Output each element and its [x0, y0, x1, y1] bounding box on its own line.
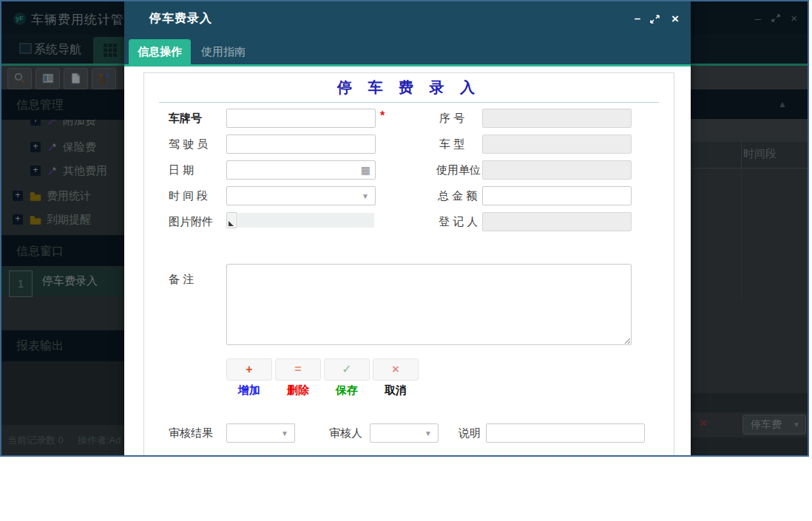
label-registrar: 登 记 人 — [439, 215, 478, 229]
label-note: 说明 — [459, 426, 481, 440]
note-input[interactable] — [486, 423, 645, 443]
label-date: 日 期 — [169, 163, 194, 177]
label-plate: 车牌号 — [169, 112, 202, 126]
label-model: 车 型 — [439, 137, 464, 151]
tab-info-operation[interactable]: 信息操作 — [129, 39, 191, 64]
model-input — [482, 134, 632, 154]
add-button[interactable]: + — [226, 358, 272, 381]
calendar-icon[interactable]: ▦ — [361, 164, 371, 176]
attachment-button[interactable] — [226, 212, 237, 228]
delete-button-label[interactable]: 删除 — [275, 384, 321, 398]
driver-input[interactable] — [226, 134, 376, 154]
save-button[interactable]: ✓ — [324, 358, 370, 381]
form-title: 停 车 费 录 入 — [144, 78, 674, 98]
dialog-tabbar: 信息操作 使用指南 — [124, 35, 691, 64]
chevron-down-icon: ▼ — [362, 192, 369, 200]
label-amount: 总 金 额 — [438, 189, 477, 203]
label-reviewer: 审核人 — [329, 426, 362, 440]
plate-input[interactable] — [226, 109, 376, 128]
screen: yF 车辆费用统计管理 – × 系统导航 — [0, 0, 812, 521]
cancel-button-label[interactable]: 取消 — [373, 384, 419, 398]
dialog-body: 停 车 费 录 入 车牌号 * 序 号 驾 驶 员 车 型 日 期 — [124, 67, 691, 455]
label-period: 时 间 段 — [169, 189, 208, 203]
reviewer-select[interactable]: ▼ — [370, 423, 439, 443]
label-review-result: 审核结果 — [169, 426, 213, 440]
dialog-minimize-icon[interactable]: – — [635, 12, 640, 24]
parking-fee-dialog: 停车费录入 – × 信息操作 使用指南 停 车 费 录 入 车牌号 — [124, 1, 691, 455]
date-input[interactable]: ▦ — [226, 160, 376, 180]
registrar-input — [482, 212, 632, 231]
dialog-close-icon[interactable]: × — [671, 12, 679, 27]
chevron-down-icon: ▼ — [281, 429, 288, 437]
save-button-label[interactable]: 保存 — [324, 384, 370, 398]
amount-input[interactable] — [482, 186, 632, 205]
label-attachment: 图片附件 — [169, 215, 213, 229]
cancel-button[interactable]: × — [373, 358, 419, 381]
add-button-label[interactable]: 增加 — [226, 384, 272, 398]
review-result-select[interactable]: ▼ — [226, 423, 295, 443]
tab-usage-guide[interactable]: 使用指南 — [201, 39, 246, 64]
dialog-title: 停车费录入 — [149, 11, 212, 27]
remark-textarea[interactable] — [226, 264, 632, 345]
form-panel: 停 车 费 录 入 车牌号 * 序 号 驾 驶 员 车 型 日 期 — [143, 72, 674, 455]
dialog-titlebar[interactable]: 停车费录入 – × — [124, 1, 691, 35]
label-driver: 驾 驶 员 — [169, 137, 208, 151]
delete-button[interactable]: = — [275, 358, 321, 381]
label-unit: 使用单位 — [436, 163, 481, 177]
required-marker: * — [380, 109, 385, 123]
title-divider — [159, 102, 659, 103]
dialog-maximize-icon[interactable] — [650, 13, 660, 27]
serial-input — [482, 109, 632, 128]
label-serial: 序 号 — [439, 112, 464, 126]
app-window: yF 车辆费用统计管理 – × 系统导航 — [0, 0, 809, 457]
label-remark: 备 注 — [169, 273, 194, 287]
attachment-field — [238, 213, 374, 228]
chevron-down-icon: ▼ — [424, 429, 432, 437]
unit-input — [482, 160, 632, 180]
period-select[interactable]: ▼ — [226, 186, 376, 205]
